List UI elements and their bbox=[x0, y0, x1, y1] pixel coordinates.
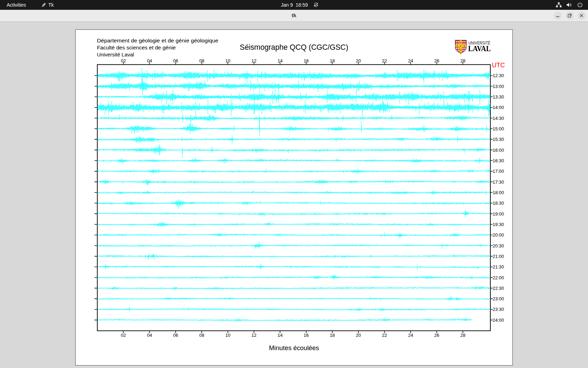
svg-text:15:00: 15:00 bbox=[493, 126, 504, 131]
svg-text:19:00: 19:00 bbox=[493, 211, 504, 217]
svg-text:Faculté des sciences et de gén: Faculté des sciences et de génie bbox=[97, 45, 176, 50]
svg-text:17:30: 17:30 bbox=[493, 179, 504, 185]
svg-text:04: 04 bbox=[147, 333, 152, 338]
svg-text:18:30: 18:30 bbox=[493, 200, 504, 206]
svg-text:15:30: 15:30 bbox=[493, 137, 504, 142]
svg-text:14:30: 14:30 bbox=[493, 116, 504, 121]
svg-text:28: 28 bbox=[460, 333, 465, 338]
svg-text:21:00: 21:00 bbox=[493, 254, 504, 259]
svg-text:10: 10 bbox=[225, 333, 230, 338]
svg-text:20:00: 20:00 bbox=[493, 232, 504, 238]
svg-text:13:00: 13:00 bbox=[493, 84, 504, 89]
svg-text:Minutes écoulées: Minutes écoulées bbox=[269, 345, 319, 352]
svg-text:08: 08 bbox=[199, 333, 204, 338]
svg-text:23:00: 23:00 bbox=[493, 296, 504, 301]
svg-text:23:30: 23:30 bbox=[493, 307, 504, 312]
svg-text:LAVAL: LAVAL bbox=[468, 44, 491, 53]
svg-text:Séismographe QCQ (CGC/GSC): Séismographe QCQ (CGC/GSC) bbox=[240, 43, 348, 52]
svg-text:12: 12 bbox=[251, 333, 256, 338]
svg-text:22: 22 bbox=[382, 333, 387, 338]
svg-text:13:30: 13:30 bbox=[493, 94, 504, 100]
svg-text:06: 06 bbox=[173, 333, 178, 338]
svg-text:12:30: 12:30 bbox=[493, 73, 504, 78]
svg-text:14: 14 bbox=[278, 333, 282, 338]
svg-text:18:00: 18:00 bbox=[493, 190, 504, 195]
svg-text:22:30: 22:30 bbox=[493, 286, 504, 291]
svg-text:UTC: UTC bbox=[492, 62, 505, 69]
svg-text:20: 20 bbox=[356, 333, 361, 338]
svg-text:21:30: 21:30 bbox=[493, 264, 504, 270]
svg-text:Département de géologie et de: Département de géologie et de génie géol… bbox=[97, 38, 218, 43]
svg-text:02: 02 bbox=[121, 333, 126, 338]
svg-text:16:00: 16:00 bbox=[493, 148, 504, 153]
svg-text:Université Laval: Université Laval bbox=[97, 52, 134, 57]
svg-text:26: 26 bbox=[434, 333, 439, 338]
svg-text:18: 18 bbox=[330, 333, 335, 338]
svg-text:22:00: 22:00 bbox=[493, 275, 504, 280]
svg-text:24: 24 bbox=[408, 333, 413, 338]
svg-text:17:00: 17:00 bbox=[493, 169, 504, 174]
svg-text:16:30: 16:30 bbox=[493, 158, 504, 163]
svg-text:16: 16 bbox=[304, 333, 309, 338]
svg-text:14:00: 14:00 bbox=[493, 105, 504, 110]
svg-text:24:00: 24:00 bbox=[493, 318, 504, 323]
svg-text:19:30: 19:30 bbox=[493, 222, 504, 227]
svg-text:20:30: 20:30 bbox=[493, 243, 504, 248]
